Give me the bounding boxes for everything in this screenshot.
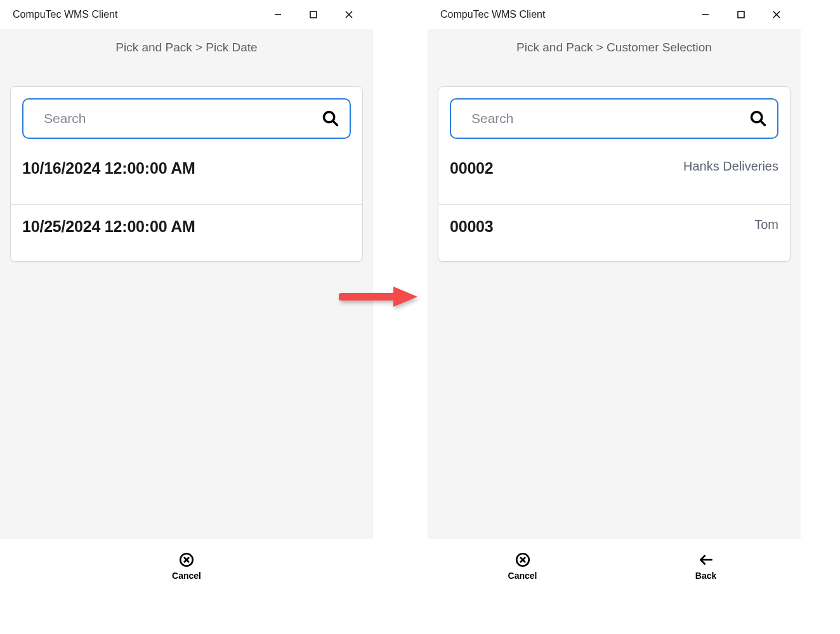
minimize-button[interactable] — [688, 2, 723, 27]
window-title: CompuTec WMS Client — [440, 9, 545, 20]
list-item[interactable]: 10/25/2024 12:00:00 AM — [11, 205, 362, 261]
minimize-icon — [701, 10, 710, 19]
list-item[interactable]: 10/16/2024 12:00:00 AM — [11, 146, 362, 205]
cancel-button[interactable]: Cancel — [440, 552, 605, 581]
row-secondary: Hanks Deliveries — [683, 159, 778, 174]
search-input[interactable] — [22, 98, 351, 139]
right-window: CompuTec WMS Client Pick and Pack > Cust… — [428, 0, 801, 593]
close-icon — [345, 10, 353, 19]
row-primary: 00003 — [450, 217, 494, 236]
row-primary: 10/25/2024 12:00:00 AM — [22, 217, 195, 236]
maximize-button[interactable] — [296, 2, 331, 27]
cancel-label: Cancel — [508, 571, 537, 581]
list-card: 10/16/2024 12:00:00 AM 10/25/2024 12:00:… — [10, 86, 363, 262]
window-title: CompuTec WMS Client — [13, 9, 117, 20]
minimize-icon — [273, 10, 282, 19]
maximize-icon — [737, 10, 745, 19]
maximize-button[interactable] — [723, 2, 759, 27]
svg-marker-20 — [393, 287, 417, 307]
cancel-icon — [178, 552, 195, 568]
window-controls — [260, 2, 367, 27]
search-wrap — [22, 98, 351, 139]
row-primary: 00002 — [450, 159, 494, 178]
search-icon[interactable] — [749, 110, 767, 127]
list-card: 00002 Hanks Deliveries 00003 Tom — [438, 86, 791, 262]
svg-rect-1 — [310, 11, 317, 18]
arrow-right-icon — [339, 284, 420, 312]
search-wrap — [450, 98, 778, 139]
close-icon — [772, 10, 781, 19]
maximize-icon — [309, 10, 318, 19]
title-bar: CompuTec WMS Client — [428, 0, 801, 29]
title-bar: CompuTec WMS Client — [0, 0, 373, 29]
bottom-bar: Cancel — [0, 539, 373, 593]
search-icon[interactable] — [322, 110, 339, 127]
svg-line-14 — [761, 121, 765, 126]
breadcrumb: Pick and Pack > Customer Selection — [428, 29, 801, 61]
arrow-left-icon — [697, 552, 715, 568]
bottom-bar: Cancel Back — [428, 539, 801, 593]
row-secondary: Tom — [754, 217, 778, 232]
content-area: Pick and Pack > Customer Selection 00002… — [428, 29, 801, 539]
list-item[interactable]: 00002 Hanks Deliveries — [438, 146, 790, 205]
close-button[interactable] — [759, 2, 794, 27]
back-button[interactable]: Back — [624, 552, 788, 581]
cancel-icon — [515, 552, 531, 568]
list-item[interactable]: 00003 Tom — [438, 205, 790, 261]
minimize-button[interactable] — [260, 2, 296, 27]
back-label: Back — [695, 571, 716, 581]
cancel-label: Cancel — [172, 571, 201, 581]
svg-rect-10 — [738, 11, 744, 18]
search-input[interactable] — [450, 98, 778, 139]
svg-line-5 — [333, 121, 338, 126]
window-controls — [688, 2, 794, 27]
breadcrumb: Pick and Pack > Pick Date — [0, 29, 373, 61]
content-area: Pick and Pack > Pick Date 10/16/2024 12:… — [0, 29, 373, 539]
row-primary: 10/16/2024 12:00:00 AM — [22, 159, 195, 178]
close-button[interactable] — [331, 2, 367, 27]
left-window: CompuTec WMS Client Pick and Pack > Pick… — [0, 0, 373, 593]
cancel-button[interactable]: Cancel — [13, 552, 360, 581]
